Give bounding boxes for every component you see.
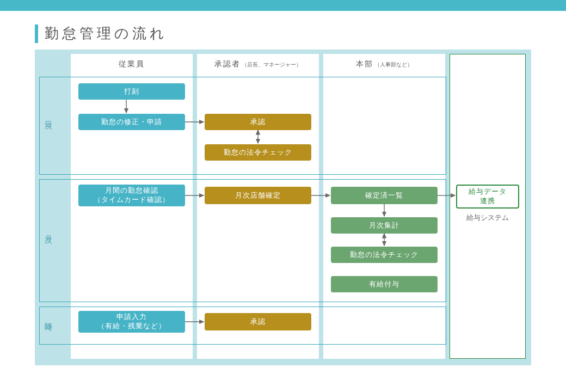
node-payroll-link: 給与データ 連携 bbox=[456, 185, 519, 209]
node-store-fix: 月次店舗確定 bbox=[205, 187, 311, 204]
row-monthly-label: 月次 bbox=[44, 229, 53, 231]
node-law-check-monthly: 勤怠の法令チェック bbox=[331, 247, 438, 263]
node-approve-anytime: 承認 bbox=[205, 313, 311, 330]
column-approver-sub: （店長、マネージャー） bbox=[242, 62, 302, 68]
node-clockin: 打刻 bbox=[78, 83, 185, 100]
node-paid-grant: 有給付与 bbox=[331, 276, 438, 292]
node-edit-apply: 勤怠の修正・申請 bbox=[78, 114, 185, 130]
page-title-wrap: 勤怠管理の流れ bbox=[35, 24, 566, 43]
column-approver-label: 承認者 bbox=[214, 59, 241, 68]
column-approver-header: 承認者（店長、マネージャー） bbox=[197, 54, 319, 74]
top-bar bbox=[0, 0, 566, 11]
row-anytime-label: 随時 bbox=[44, 316, 53, 318]
row-daily-label: 日次 bbox=[44, 115, 53, 117]
node-approve-daily: 承認 bbox=[205, 114, 311, 130]
page-title: 勤怠管理の流れ bbox=[45, 24, 168, 43]
column-hq-sub: （人事部など） bbox=[374, 62, 413, 68]
column-employee-label: 従業員 bbox=[119, 59, 145, 68]
node-month-agg: 月次集計 bbox=[331, 217, 438, 234]
flow-canvas: 従業員 承認者（店長、マネージャー） 本部（人事部など） 日次 月次 随時 打刻… bbox=[35, 50, 531, 365]
node-apply-input: 申請入力 （有給・残業など） bbox=[78, 311, 185, 333]
external-system-label: 給与システム bbox=[450, 213, 526, 223]
column-hq-label: 本部 bbox=[356, 59, 373, 68]
node-law-check-daily: 勤怠の法令チェック bbox=[205, 144, 311, 161]
node-month-confirm: 月間の勤怠確認 （タイムカード確認） bbox=[78, 185, 185, 206]
column-employee-header: 従業員 bbox=[71, 54, 193, 74]
column-hq-header: 本部（人事部など） bbox=[323, 54, 445, 74]
node-fixed-list: 確定済一覧 bbox=[331, 187, 438, 204]
title-accent bbox=[35, 24, 38, 43]
